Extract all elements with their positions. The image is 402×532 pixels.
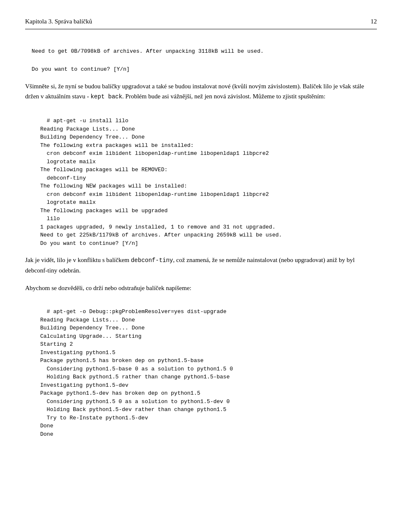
intro-line2: Do you want to continue? [Y/n] [32,66,130,72]
chapter-title: Kapitola 3. Správa balíčků [25,17,92,26]
para2-code: debconf-tiny [131,257,173,264]
para1-text-end: . Problém bude asi vážnější, než jen nov… [122,93,325,100]
paragraph-1: Všimněte si, že nyní se budou balíčky up… [25,81,377,101]
para2-text-start: Jak je vidět, lilo je v konfliktu s balí… [25,257,131,263]
code-block-2: # apt-get -o Debug::pkgProblemResolver=y… [40,300,377,439]
page-number: 12 [371,17,377,26]
page-header: Kapitola 3. Správa balíčků 12 [25,17,377,29]
para1-code: kept back [90,93,122,100]
intro-line2-block: Do you want to continue? [Y/n] [25,57,377,74]
code-block-1: # apt-get -u install lilo Reading Packag… [40,109,377,248]
intro-line1: Need to get 0B/7098kB of archives. After… [32,48,264,54]
intro-code-block: Need to get 0B/7098kB of archives. After… [25,39,377,56]
paragraph-2: Jak je vidět, lilo je v konfliktu s balí… [25,255,377,275]
code-block-1-content: # apt-get -u install lilo Reading Packag… [40,118,282,247]
code-block-2-content: # apt-get -o Debug::pkgProblemResolver=y… [40,308,233,437]
para3-text: Abychom se dozvěděli, co drží nebo odstr… [25,285,191,291]
paragraph-3: Abychom se dozvěděli, co drží nebo odstr… [25,283,377,293]
